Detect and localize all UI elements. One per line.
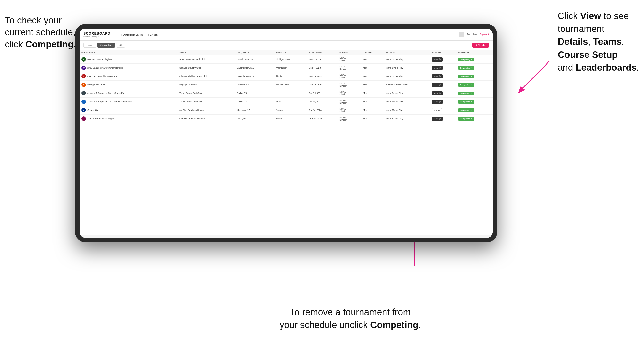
scoring-cell: team, Stroke Play: [384, 115, 430, 123]
competing-button[interactable]: Competing ✓: [458, 92, 474, 95]
competing-cell: Competing ✓: [456, 81, 493, 89]
competing-button[interactable]: Competing ✓: [458, 83, 474, 87]
venue-cell: Sahalee Country Club: [178, 64, 235, 72]
venue-cell: Trinity Forest Golf Club: [178, 89, 235, 98]
hosted-by-cell: ABAC: [274, 98, 307, 106]
division-cell: NCAADivision I: [338, 55, 361, 64]
scoreboard-logo: SCOREBOARD Powered by clippi: [84, 31, 110, 37]
col-event-name: EVENT NAME: [80, 50, 178, 55]
tab-competing[interactable]: Competing: [97, 43, 115, 48]
tab-all[interactable]: All: [116, 43, 125, 48]
event-name-cell: J Jackson T. Stephens Cup – Men's Match …: [80, 98, 178, 106]
table-row: J Jackson T. Stephens Cup – Men's Match …: [80, 98, 493, 106]
edit-button[interactable]: ✏ Edit: [432, 108, 442, 112]
col-venue: VENUE: [178, 50, 235, 55]
view-button[interactable]: View ⓘ: [432, 66, 442, 70]
competing-button[interactable]: Competing ✓: [458, 100, 474, 104]
competing-cell: Competing ✓: [456, 89, 493, 98]
scoring-cell: team, Stroke Play: [384, 64, 430, 72]
event-name-cell: P Papago Individual: [80, 81, 178, 89]
logo-title: SCOREBOARD: [84, 31, 110, 35]
start-date-cell: Sep 18, 2023: [307, 81, 338, 89]
view-button[interactable]: View ⓘ: [432, 117, 442, 121]
actions-cell: View ⓘ: [430, 115, 456, 123]
user-name: Test User: [467, 33, 477, 36]
annotation-bottom: To remove a tournament from your schedul…: [280, 306, 421, 332]
gender-cell: Men: [361, 81, 384, 89]
team-logo: A: [82, 108, 86, 112]
event-name: OFCC Fighting Illini Invitational: [87, 75, 117, 77]
nav-tournaments[interactable]: TOURNAMENTS: [121, 33, 143, 36]
tablet-screen: SCOREBOARD Powered by clippi TOURNAMENTS…: [80, 28, 493, 238]
col-start-date: START DATE: [307, 50, 338, 55]
actions-cell: ✏ Edit: [430, 106, 456, 115]
start-date-cell: Oct 9, 2023: [307, 89, 338, 98]
competing-button[interactable]: Competing ✓: [458, 117, 474, 121]
annotation-top-right: Click View to see tournament Details, Te…: [558, 10, 639, 74]
tab-home[interactable]: Home: [84, 43, 96, 48]
team-logo: W: [82, 66, 86, 70]
nav-links: TOURNAMENTS TEAMS: [121, 33, 158, 36]
competing-button[interactable]: Competing ✓: [458, 58, 474, 61]
table-row: W 2023 Sahalee Players Championship Saha…: [80, 64, 493, 72]
nav-teams[interactable]: TEAMS: [148, 33, 158, 36]
actions-cell: View ⓘ: [430, 89, 456, 98]
actions-cell: View ⓘ: [430, 64, 456, 72]
division-cell: NCAADivision I: [338, 64, 361, 72]
annotation-top-left-text: To check yourcurrent schedule,click Comp…: [5, 15, 76, 49]
competing-cell: Competing ✓: [456, 115, 493, 123]
competing-button[interactable]: Competing ✓: [458, 75, 474, 78]
event-name: Jackson T. Stephens Cup – Men's Match Pl…: [87, 101, 132, 103]
start-date-cell: Sep 4, 2023: [307, 55, 338, 64]
start-date-cell: Oct 11, 2023: [307, 98, 338, 106]
division-cell: NCAADivision I: [338, 72, 361, 81]
team-logo: H: [82, 117, 86, 121]
table-row: I OFCC Fighting Illini Invitational Olym…: [80, 72, 493, 81]
gender-cell: Men: [361, 72, 384, 81]
hosted-by-cell: Arizona State: [274, 81, 307, 89]
competing-cell: Competing ✓: [456, 106, 493, 115]
create-button[interactable]: + Create: [472, 43, 489, 48]
hosted-by-cell: Arizona: [274, 106, 307, 115]
competing-cell: Competing ✓: [456, 72, 493, 81]
view-button[interactable]: View ⓘ: [432, 91, 442, 95]
scoring-cell: team, Match Play: [384, 98, 430, 106]
division-cell: NCAADivision I: [338, 106, 361, 115]
start-date-cell: Sep 15, 2023: [307, 72, 338, 81]
event-name: 2023 Sahalee Players Championship: [87, 67, 123, 69]
gender-cell: Men: [361, 64, 384, 72]
col-scoring: SCORING: [384, 50, 430, 55]
col-actions: ACTIONS: [430, 50, 456, 55]
logo-subtitle: Powered by clippi: [84, 35, 110, 37]
hosted-by-cell: Washington: [274, 64, 307, 72]
scoring-cell: team, Stroke Play: [384, 72, 430, 81]
view-button[interactable]: View ⓘ: [432, 83, 442, 87]
start-date-cell: Sep 9, 2023: [307, 64, 338, 72]
hosted-by-cell: [274, 89, 307, 98]
scoring-cell: individual, Stroke Play: [384, 81, 430, 89]
view-button[interactable]: View ⓘ: [432, 74, 442, 78]
competing-button[interactable]: Competing ✓: [458, 109, 474, 112]
actions-cell: View ⓘ: [430, 55, 456, 64]
table-row: J Jackson T. Stephens Cup – Stroke Play …: [80, 89, 493, 98]
event-name-cell: A Copper Cup: [80, 106, 178, 115]
competing-cell: Competing ✓: [456, 64, 493, 72]
division-cell: NCAADivision I: [338, 89, 361, 98]
view-button[interactable]: View ⓘ: [432, 57, 442, 61]
event-name-cell: J Jackson T. Stephens Cup – Stroke Play: [80, 89, 178, 98]
tournaments-table: EVENT NAME VENUE CITY, STATE HOSTED BY S…: [80, 50, 493, 123]
view-button[interactable]: View ⓘ: [432, 100, 442, 104]
col-gender: GENDER: [361, 50, 384, 55]
col-competing: COMPETING: [456, 50, 493, 55]
app-header: SCOREBOARD Powered by clippi TOURNAMENTS…: [80, 28, 493, 41]
team-logo: I: [82, 74, 86, 78]
gender-cell: Men: [361, 98, 384, 106]
gender-cell: Men: [361, 115, 384, 123]
sign-out-link[interactable]: Sign out: [480, 33, 489, 36]
city-state-cell: Dallas, TX: [235, 98, 274, 106]
event-name-cell: W 2023 Sahalee Players Championship: [80, 64, 178, 72]
filter-tabs: Home Competing All: [84, 43, 125, 48]
competing-button[interactable]: Competing ✓: [458, 66, 474, 70]
division-cell: NCAADivision I: [338, 81, 361, 89]
table-row: P Papago Individual Papago Golf ClubPhoe…: [80, 81, 493, 89]
